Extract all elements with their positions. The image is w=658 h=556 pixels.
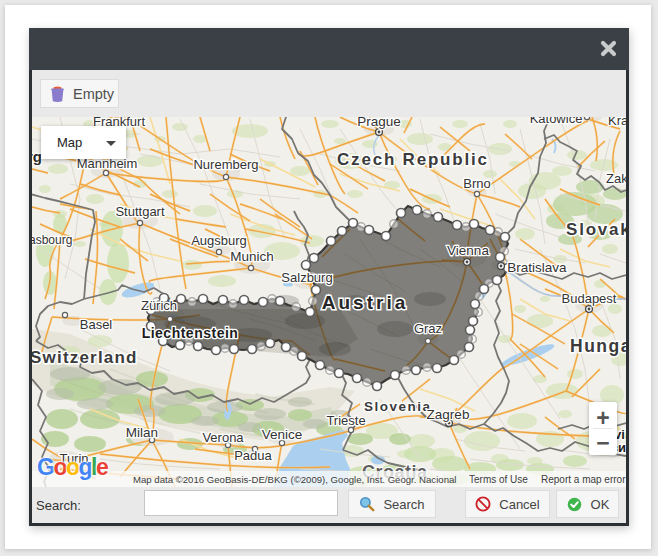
svg-text:asbourg: asbourg [32, 233, 72, 247]
svg-text:Hunga: Hunga [570, 336, 626, 356]
svg-text:Slovenia: Slovenia [364, 399, 432, 414]
svg-text:Vienna: Vienna [447, 243, 489, 258]
svg-text:Czech Republic: Czech Republic [337, 150, 489, 169]
svg-text:Basel: Basel [80, 317, 113, 332]
svg-text:Salzburg: Salzburg [281, 270, 332, 285]
svg-text:Prague: Prague [357, 117, 401, 129]
svg-text:Zürich: Zürich [141, 298, 177, 313]
svg-text:Stuttgart: Stuttgart [115, 204, 165, 219]
svg-text:Graz: Graz [414, 321, 442, 336]
svg-text:Venice: Venice [262, 427, 303, 442]
svg-text:Munich: Munich [230, 249, 274, 264]
svg-text:Zako: Zako [606, 171, 626, 186]
svg-text:Padua: Padua [234, 448, 272, 463]
svg-text:Budapest: Budapest [562, 291, 617, 306]
svg-text:Kra: Kra [608, 117, 626, 128]
svg-text:Nuremberg: Nuremberg [193, 157, 258, 172]
svg-text:Augsburg: Augsburg [191, 233, 247, 248]
svg-text:Katowice: Katowice [530, 117, 583, 126]
svg-text:Austria: Austria [322, 292, 408, 313]
svg-text:Slovak: Slovak [566, 220, 626, 239]
svg-text:Liechtenstein: Liechtenstein [142, 325, 239, 341]
svg-text:Bratislava: Bratislava [507, 260, 567, 275]
svg-text:Trieste: Trieste [326, 413, 365, 428]
svg-text:Verona: Verona [202, 430, 244, 445]
svg-text:Zagreb: Zagreb [427, 407, 470, 422]
svg-text:Milan: Milan [126, 425, 158, 440]
svg-text:Brno: Brno [463, 176, 490, 191]
svg-text:Switzerland: Switzerland [32, 348, 138, 367]
